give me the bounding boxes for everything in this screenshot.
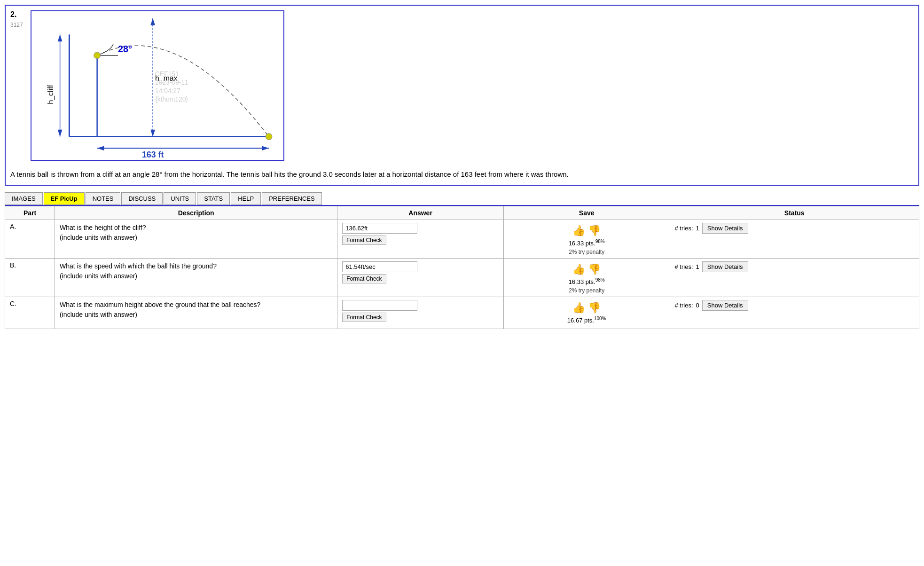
tries-line-b: # tries: 1 Show Details xyxy=(675,261,915,272)
save-cell-b: 👍 👎 16.33 pts.98% 2% try penalty xyxy=(503,258,670,297)
tab-stats[interactable]: STATS xyxy=(197,192,230,205)
format-check-button-b[interactable]: Format Check xyxy=(342,274,386,283)
tries-line-a: # tries: 1 Show Details xyxy=(675,223,915,234)
tab-notes[interactable]: NOTES xyxy=(86,192,121,205)
svg-text:CEF151: CEF151 xyxy=(155,70,179,78)
table-row: C. What is the maximum height above the … xyxy=(5,297,919,329)
thumbs-down-b[interactable]: 👎 xyxy=(588,263,601,275)
status-cell-c: # tries: 0 Show Details xyxy=(670,297,919,329)
table-row: B. What is the speed with which the ball… xyxy=(5,258,919,297)
svg-marker-7 xyxy=(57,130,62,137)
part-label-a: A. xyxy=(5,220,55,258)
col-header-save: Save xyxy=(503,206,670,220)
problem-text: A tennis ball is thrown from a cliff at … xyxy=(10,169,914,180)
answer-cell-a: Format Check xyxy=(337,220,504,258)
format-check-button-c[interactable]: Format Check xyxy=(342,313,386,322)
format-check-button-a[interactable]: Format Check xyxy=(342,236,386,245)
tab-discuss[interactable]: DISCUSS xyxy=(121,192,163,205)
show-details-button-b[interactable]: Show Details xyxy=(702,261,748,272)
penalty-line-b: 2% try penalty xyxy=(509,287,665,294)
save-cell-c: 👍 👎 16.67 pts.100% xyxy=(503,297,670,329)
svg-marker-15 xyxy=(262,146,269,150)
description-cell-c: What is the maximum height above the gro… xyxy=(55,297,337,329)
svg-text:{kthom120}: {kthom120} xyxy=(155,95,188,103)
problem-section: 2. 3127 xyxy=(5,5,919,186)
diagram-container: 28° h_cliff h_max 163 ft xyxy=(31,10,284,161)
tab-units[interactable]: UNITS xyxy=(164,192,196,205)
status-cell-a: # tries: 1 Show Details xyxy=(670,220,919,258)
svg-text:h_cliff: h_cliff xyxy=(47,85,55,104)
part-label-b: B. xyxy=(5,258,55,297)
pts-line-c: 16.67 pts.100% xyxy=(509,316,665,324)
tab-ef-pickup[interactable]: EF PicUp xyxy=(44,192,85,205)
answer-cell-c: Format Check xyxy=(337,297,504,329)
part-label-c: C. xyxy=(5,297,55,329)
tries-line-c: # tries: 0 Show Details xyxy=(675,300,915,311)
problem-id: 3127 xyxy=(10,22,23,28)
tab-help[interactable]: HELP xyxy=(231,192,261,205)
svg-marker-6 xyxy=(57,34,62,41)
pts-line-a: 16.33 pts.98% xyxy=(509,239,665,247)
description-cell-b: What is the speed with which the ball hi… xyxy=(55,258,337,297)
tabs-bar: IMAGES EF PicUp NOTES DISCUSS UNITS STAT… xyxy=(5,190,919,206)
thumbs-up-b[interactable]: 👍 xyxy=(572,263,585,275)
answer-input-c[interactable] xyxy=(342,300,417,311)
answer-input-b[interactable] xyxy=(342,261,417,272)
svg-marker-14 xyxy=(97,146,104,150)
svg-text:163 ft: 163 ft xyxy=(142,150,164,159)
description-cell-a: What is the height of the cliff?(include… xyxy=(55,220,337,258)
svg-point-17 xyxy=(94,52,100,59)
col-header-description: Description xyxy=(55,206,337,220)
col-header-status: Status xyxy=(670,206,919,220)
show-details-button-a[interactable]: Show Details xyxy=(702,223,748,234)
svg-marker-10 xyxy=(150,18,155,25)
penalty-line-a: 2% try penalty xyxy=(509,249,665,255)
save-cell-a: 👍 👎 16.33 pts.98% 2% try penalty xyxy=(503,220,670,258)
thumbs-up-c[interactable]: 👍 xyxy=(572,302,585,314)
status-cell-b: # tries: 1 Show Details xyxy=(670,258,919,297)
svg-text:28°: 28° xyxy=(118,44,132,54)
answers-table: Part Description Answer Save Status A. W… xyxy=(5,206,919,330)
tab-images[interactable]: IMAGES xyxy=(5,192,43,205)
answer-cell-b: Format Check xyxy=(337,258,504,297)
tab-preferences[interactable]: PREFERENCES xyxy=(262,192,322,205)
diagram-svg: 28° h_cliff h_max 163 ft xyxy=(31,11,283,160)
page-container: 2. 3127 xyxy=(0,0,924,566)
table-row: A. What is the height of the cliff?(incl… xyxy=(5,220,919,258)
thumbs-up-a[interactable]: 👍 xyxy=(572,225,585,237)
answer-input-a[interactable] xyxy=(342,223,417,234)
thumbs-down-a[interactable]: 👎 xyxy=(588,225,601,237)
problem-number: 2. xyxy=(10,10,23,19)
svg-text:14:04:27: 14:04:27 xyxy=(155,87,180,94)
svg-point-18 xyxy=(266,134,272,140)
svg-marker-11 xyxy=(150,130,155,137)
col-header-answer: Answer xyxy=(337,206,504,220)
thumbs-down-c[interactable]: 👎 xyxy=(588,302,601,314)
show-details-button-c[interactable]: Show Details xyxy=(702,300,748,311)
svg-text:2023-09-11: 2023-09-11 xyxy=(155,79,188,86)
col-header-part: Part xyxy=(5,206,55,220)
pts-line-b: 16.33 pts.98% xyxy=(509,277,665,285)
